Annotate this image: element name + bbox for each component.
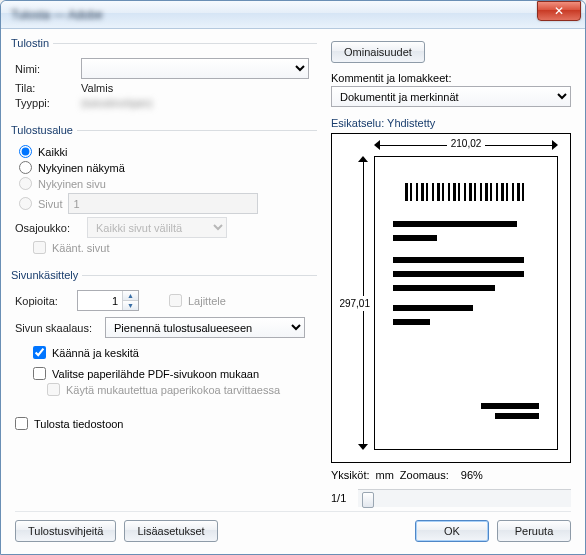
scale-label: Sivun skaalaus: bbox=[15, 322, 99, 334]
printer-name-label: Nimi: bbox=[15, 63, 75, 75]
zoom-prefix: Zoomaus: bbox=[400, 469, 449, 481]
window-title: Tulosta — Adobe bbox=[11, 8, 103, 22]
range-group: Tulostusalue Kaikki Nykyinen näkymä bbox=[15, 124, 317, 263]
printer-type-label: Tyyppi: bbox=[15, 97, 75, 109]
printer-group: Tulostin Nimi: Tila: Valmis Tyyppi: (tul… bbox=[15, 37, 317, 118]
comments-select[interactable]: Dokumentit ja merkinnät bbox=[331, 86, 571, 107]
handling-group: Sivunkäsittely Kopioita: ▲ ▼ bbox=[15, 269, 317, 405]
preview-page bbox=[374, 156, 558, 450]
custom-paper-check: Käytä mukautettua paperikokoa tarvittaes… bbox=[47, 383, 280, 396]
close-button[interactable]: ✕ bbox=[537, 1, 581, 21]
reverse-pages-check: Käänt. sivut bbox=[33, 241, 109, 254]
range-pages-radio: Sivut bbox=[19, 197, 62, 210]
preview-label: Esikatselu: Yhdistetty bbox=[331, 117, 571, 129]
print-dialog: Tulosta — Adobe ✕ Tulostin Nimi: Tila: bbox=[0, 0, 586, 555]
page-of: 1/1 bbox=[331, 492, 346, 504]
rotate-center-check[interactable]: Käännä ja keskitä bbox=[33, 346, 139, 359]
copies-spinner[interactable]: ▲ ▼ bbox=[77, 290, 139, 311]
units-value: mm bbox=[376, 469, 394, 481]
page-slider[interactable] bbox=[358, 489, 571, 507]
barcode-icon bbox=[405, 183, 527, 201]
close-icon: ✕ bbox=[554, 4, 564, 18]
choose-paper-check[interactable]: Valitse paperilähde PDF-sivukoon mukaan bbox=[33, 367, 259, 380]
range-legend: Tulostusalue bbox=[11, 124, 77, 136]
footer: Tulostusvihjeitä Lisäasetukset OK Peruut… bbox=[15, 511, 571, 542]
spinner-up-icon[interactable]: ▲ bbox=[123, 291, 138, 301]
comments-label: Kommentit ja lomakkeet: bbox=[331, 72, 571, 84]
printer-status-value: Valmis bbox=[81, 82, 113, 94]
range-current-view-radio[interactable]: Nykyinen näkymä bbox=[19, 161, 125, 174]
collate-check: Lajittele bbox=[169, 294, 226, 307]
printer-legend: Tulostin bbox=[11, 37, 53, 49]
spinner-down-icon[interactable]: ▼ bbox=[123, 301, 138, 310]
properties-button[interactable]: Ominaisuudet bbox=[331, 41, 425, 63]
advanced-button[interactable]: Lisäasetukset bbox=[124, 520, 217, 542]
printer-status-label: Tila: bbox=[15, 82, 75, 94]
preview-box: 210,02 297,01 bbox=[331, 133, 571, 463]
scale-select[interactable]: Pienennä tulostusalueeseen bbox=[105, 317, 305, 338]
tips-button[interactable]: Tulostusvihjeitä bbox=[15, 520, 116, 542]
zoom-value: 96% bbox=[461, 469, 483, 481]
printer-name-select[interactable] bbox=[81, 58, 309, 79]
ok-button[interactable]: OK bbox=[415, 520, 489, 542]
copies-label: Kopioita: bbox=[15, 295, 71, 307]
subset-label: Osajoukko: bbox=[15, 222, 81, 234]
range-all-radio[interactable]: Kaikki bbox=[19, 145, 67, 158]
preview-height: 297,01 bbox=[337, 296, 372, 311]
ruler-left: 297,01 bbox=[334, 156, 372, 450]
subset-select: Kaikki sivut väliltä bbox=[87, 217, 227, 238]
preview-width: 210,02 bbox=[447, 138, 486, 149]
copies-input[interactable] bbox=[78, 291, 122, 310]
range-current-page-radio: Nykyinen sivu bbox=[19, 177, 106, 190]
handling-legend: Sivunkäsittely bbox=[11, 269, 82, 281]
ruler-top: 210,02 bbox=[374, 138, 558, 154]
print-to-file-check[interactable]: Tulosta tiedostoon bbox=[15, 417, 123, 430]
titlebar[interactable]: Tulosta — Adobe ✕ bbox=[1, 1, 585, 29]
cancel-button[interactable]: Peruuta bbox=[497, 520, 571, 542]
printer-type-value: (tulostinohjain) bbox=[81, 97, 153, 109]
range-pages-input bbox=[68, 193, 258, 214]
units-prefix: Yksiköt: bbox=[331, 469, 370, 481]
